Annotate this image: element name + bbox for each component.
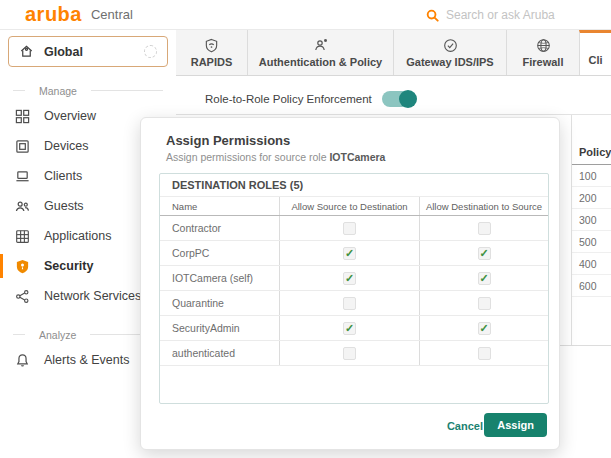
column-allow-source-to-destination: Allow Source to Destination [280, 197, 420, 215]
policy-cell: 500 [572, 231, 611, 253]
policy-cell: 300 [572, 209, 611, 231]
tab-label: RAPIDS [191, 56, 233, 68]
source-role-name: IOTCamera [329, 151, 385, 163]
policy-cell: 600 [572, 275, 611, 297]
column-name: Name [160, 197, 280, 215]
table-row: authenticated [160, 341, 548, 366]
checkbox-dst-to-src[interactable] [478, 322, 491, 335]
tab-authentication-policy[interactable]: Authentication & Policy [247, 30, 393, 75]
tab-firewall[interactable]: Firewall [506, 30, 579, 75]
role-to-role-toggle[interactable] [382, 91, 416, 107]
sidebar-item-label: Overview [44, 109, 96, 123]
sidebar-item-label: Guests [44, 199, 84, 213]
destination-roles-title: DESTINATION ROLES (5) [160, 174, 548, 197]
loading-spinner-icon [144, 45, 157, 58]
checkbox-src-to-dst[interactable] [343, 222, 356, 235]
role-to-role-toggle-row: Role-to-Role Policy Enforcement [205, 91, 416, 107]
rapids-shield-icon [204, 37, 220, 53]
background-table-bottom-border [560, 345, 611, 346]
tab-rapids[interactable]: RAPIDS [176, 30, 247, 75]
network-services-icon [14, 288, 31, 305]
role-name: authenticated [160, 341, 280, 365]
sidebar-item-label: Clients [44, 169, 82, 183]
scope-selector[interactable]: Global [8, 36, 168, 67]
role-name: Quarantine [160, 291, 280, 315]
global-search[interactable]: Search or ask Aruba [426, 0, 555, 30]
home-icon [19, 44, 34, 59]
table-row: Quarantine [160, 291, 548, 316]
guests-people-icon [14, 198, 31, 215]
cancel-button[interactable]: Cancel [447, 420, 483, 432]
table-row: Contractor [160, 216, 548, 241]
alerts-bell-icon [14, 352, 31, 369]
checkbox-src-to-dst[interactable] [343, 297, 356, 310]
table-row: CorpPC [160, 241, 548, 266]
dialog-subtitle: Assign permissions for source role IOTCa… [166, 151, 559, 163]
checkbox-dst-to-src[interactable] [478, 272, 491, 285]
role-name: SecurityAdmin [160, 316, 280, 340]
search-placeholder[interactable]: Search or ask Aruba [446, 8, 555, 22]
tab-label: Gateway IDS/IPS [406, 56, 493, 68]
table-header-row: Name Allow Source to Destination Allow D… [160, 197, 548, 216]
tab-gateway-ids-ips[interactable]: Gateway IDS/IPS [393, 30, 506, 75]
firewall-globe-icon [535, 37, 551, 53]
toggle-label: Role-to-Role Policy Enforcement [205, 93, 372, 105]
table-row: SecurityAdmin [160, 316, 548, 341]
policy-cell: 100 [572, 165, 611, 187]
devices-icon [14, 138, 31, 155]
overview-grid-icon [14, 108, 31, 125]
clients-laptop-icon [14, 168, 31, 185]
gateway-check-circle-icon [442, 37, 458, 53]
content-divider [176, 114, 611, 115]
applications-grid-icon [14, 228, 31, 245]
tab-clients-active[interactable]: Cli [579, 30, 611, 75]
tab-label: Firewall [523, 56, 564, 68]
background-policy-table: Policy 100 200 300 500 400 600 [571, 115, 611, 345]
security-tab-bar: RAPIDS Authentication & Policy Gateway I… [176, 30, 611, 76]
table-row: IOTCamera (self) [160, 266, 548, 291]
sidebar-item-label: Alerts & Events [44, 353, 129, 367]
search-icon [426, 9, 439, 22]
top-bar: aruba Central Search or ask Aruba [0, 0, 611, 30]
checkbox-dst-to-src[interactable] [478, 347, 491, 360]
checkbox-dst-to-src[interactable] [478, 297, 491, 310]
column-allow-destination-to-source: Allow Destination to Source [420, 197, 548, 215]
tab-label: Cli [588, 54, 602, 66]
section-manage: Manage [6, 84, 170, 97]
security-shield-icon [14, 258, 31, 275]
checkbox-src-to-dst[interactable] [343, 247, 356, 260]
policy-cell: 200 [572, 187, 611, 209]
role-name: IOTCamera (self) [160, 266, 280, 290]
policy-cell: 400 [572, 253, 611, 275]
assign-permissions-dialog: Assign Permissions Assign permissions fo… [140, 117, 560, 450]
checkbox-dst-to-src[interactable] [478, 222, 491, 235]
policy-column-header: Policy [572, 142, 611, 165]
sidebar-item-label: Applications [44, 229, 111, 243]
checkbox-src-to-dst[interactable] [343, 272, 356, 285]
product-name: Central [91, 7, 133, 22]
checkbox-src-to-dst[interactable] [343, 347, 356, 360]
role-name: Contractor [160, 216, 280, 240]
auth-person-icon [313, 37, 329, 53]
checkbox-dst-to-src[interactable] [478, 247, 491, 260]
sidebar-item-label: Security [44, 259, 93, 273]
aruba-logo: aruba [25, 3, 82, 26]
scope-label: Global [44, 45, 83, 59]
sidebar-item-label: Network Services [44, 289, 141, 303]
sidebar-item-label: Devices [44, 139, 88, 153]
role-name: CorpPC [160, 241, 280, 265]
checkbox-src-to-dst[interactable] [343, 322, 356, 335]
tab-label: Authentication & Policy [259, 56, 382, 68]
dialog-title: Assign Permissions [166, 133, 559, 148]
assign-button[interactable]: Assign [484, 413, 547, 437]
destination-roles-panel: DESTINATION ROLES (5) Name Allow Source … [159, 173, 549, 404]
